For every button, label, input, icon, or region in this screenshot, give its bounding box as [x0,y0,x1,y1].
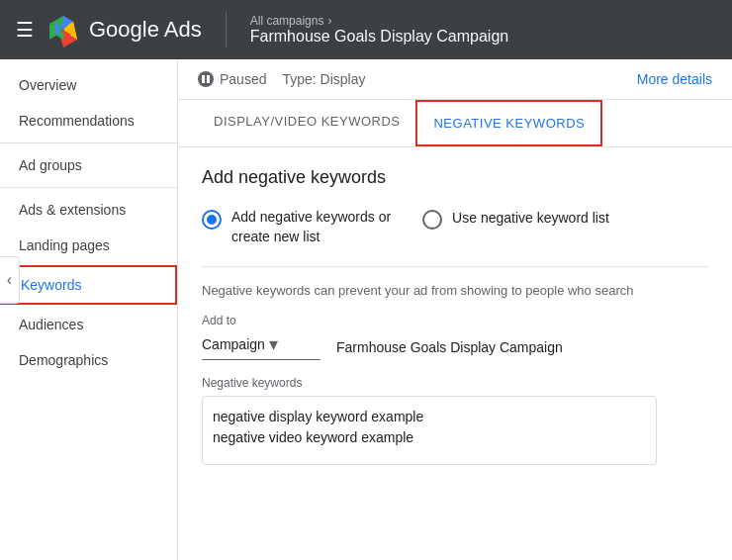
tab-negative-keywords-wrapper: NEGATIVE KEYWORDS [415,100,602,146]
app-name: Google Ads [89,17,202,43]
campaign-title: Farmhouse Goals Display Campaign [250,28,508,46]
sidebar-item-recommendations[interactable]: Recommendations [0,103,177,139]
add-to-label: Add to [202,314,708,327]
add-to-section: Add to Campaign ▾ Farmhouse Goals Displa… [202,314,708,360]
more-details-link[interactable]: More details [637,71,712,87]
main-layout: Overview Recommendations Ad groups Ads &… [0,59,732,560]
sidebar-item-ad-groups[interactable]: Ad groups [0,147,177,183]
section-title: Add negative keywords [202,167,708,188]
chevron-right-icon: › [327,14,331,28]
breadcrumb: All campaigns › Farmhouse Goals Display … [250,14,508,46]
sidebar-item-overview[interactable]: Overview [0,67,177,103]
status-label: Paused [220,71,266,87]
campaign-name-display: Farmhouse Goals Display Campaign [336,339,563,355]
app-header: ☰ Google Ads All [0,0,732,59]
campaign-type: Type: Display [282,71,365,87]
info-text: Negative keywords can prevent your ad fr… [202,266,708,298]
sidebar-item-audiences[interactable]: Audiences [0,307,177,342]
radio-group: Add negative keywords or create new list… [202,208,708,246]
sidebar-item-demographics[interactable]: Demographics [0,342,177,378]
dropdown-arrow-icon: ▾ [269,333,278,355]
tab-negative-keywords[interactable]: NEGATIVE KEYWORDS [417,102,600,144]
sidebar-divider-1 [0,142,177,143]
google-ads-logo-icon [46,12,81,47]
negative-keywords-section: Negative keywords [202,376,708,468]
app-logo: Google Ads [46,12,202,47]
sidebar-item-landing-pages[interactable]: Landing pages [0,228,177,263]
radio-use-list-label: Use negative keyword list [452,209,609,229]
sidebar-keywords-wrapper: Keywords [0,265,177,305]
sidebar-collapse-button[interactable]: ‹ [0,256,20,304]
campaign-dropdown-text: Campaign [202,336,265,352]
radio-use-list-circle [422,210,442,230]
pause-icon [198,71,214,87]
radio-create-new-label: Add negative keywords or create new list [231,208,391,246]
header-divider [226,12,227,47]
campaign-dropdown[interactable]: Campaign ▾ [202,333,320,360]
pause-bars [202,75,210,83]
menu-icon[interactable]: ☰ [16,18,34,42]
main-content: Paused Type: Display More details DISPLA… [178,59,732,560]
sidebar: Overview Recommendations Ad groups Ads &… [0,59,178,560]
breadcrumb-parent: All campaigns › [250,14,508,28]
keywords-tabs: DISPLAY/VIDEO KEYWORDS NEGATIVE KEYWORDS [178,100,732,147]
pause-bar-right [207,75,210,83]
content-area: Add negative keywords Add negative keywo… [178,147,732,488]
radio-create-new-circle [202,210,222,230]
radio-option-create-new[interactable]: Add negative keywords or create new list [202,208,391,246]
sidebar-divider-2 [0,187,177,188]
sidebar-item-keywords[interactable]: Keywords [2,267,175,303]
radio-option-use-list[interactable]: Use negative keyword list [422,208,609,230]
pause-bar-left [202,75,205,83]
sidebar-item-ads-extensions[interactable]: Ads & extensions [0,192,177,228]
negative-keywords-textarea[interactable] [202,396,657,465]
campaign-status: Paused [198,71,266,87]
status-bar: Paused Type: Display More details [178,59,732,100]
tab-display-video-keywords[interactable]: DISPLAY/VIDEO KEYWORDS [198,100,415,146]
negative-keywords-label: Negative keywords [202,376,708,390]
